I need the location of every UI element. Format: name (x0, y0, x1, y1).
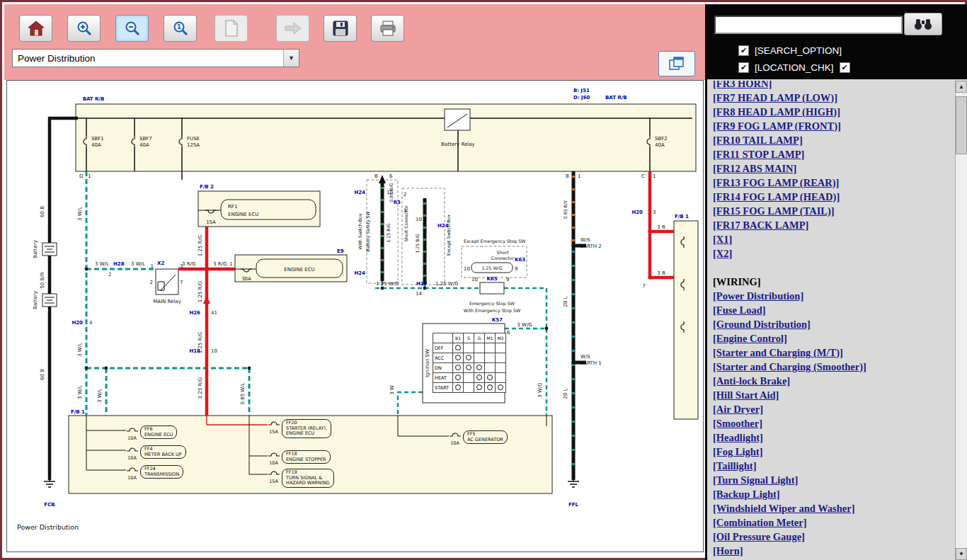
sidebar-link[interactable]: [X2] (713, 246, 954, 261)
diagram-label: 3 W/L (95, 261, 109, 267)
diagram-label: 30A (241, 276, 251, 282)
diagram-label: SBF1 (91, 136, 104, 142)
location-chk-checkbox[interactable]: ✔ (738, 62, 749, 73)
diagram-label: 3 W/L (131, 261, 145, 267)
diagram-label: 0.85 B/Y (563, 200, 568, 219)
scroll-down-button[interactable]: ▼ (956, 548, 967, 560)
sidebar-link[interactable]: [Combination Meter] (713, 515, 954, 530)
diagram-label: H20 (631, 210, 643, 215)
diagram-label: B: J51 (573, 88, 590, 93)
sidebar-link[interactable]: [Taillight] (713, 459, 954, 473)
search-option-checkbox[interactable]: ✔ (738, 45, 749, 56)
home-button[interactable] (19, 15, 52, 42)
diagram-label: Short (497, 250, 509, 255)
sidebar-link[interactable]: [Turn Signal Light] (713, 473, 954, 487)
diagram-label: Ignition SW (425, 349, 430, 377)
diagram-label: 50 B/R (40, 272, 45, 288)
sidebar-link[interactable]: [FR17 BACK LAMP] (713, 218, 954, 232)
diagram-label: 3 (653, 210, 656, 215)
zoom-in-icon (76, 20, 93, 37)
sidebar-link[interactable]: [FR3 HORN] (713, 81, 954, 91)
diagram-label: 10 (387, 190, 393, 195)
search-option-row: ✔ [SEARCH_OPTION] (738, 45, 842, 56)
print-button[interactable] (371, 15, 404, 42)
scroll-up-button[interactable]: ▲ (956, 81, 967, 93)
print-icon (379, 21, 396, 36)
sidebar-link[interactable]: [FR7 HEAD LAMP (LOW)] (713, 91, 954, 105)
diagram-selector[interactable]: Power Distribution ▼ (12, 49, 299, 67)
diagram-label: F/B 1 (71, 409, 85, 415)
location-chk-extra-checkbox[interactable]: ✔ (840, 62, 850, 73)
sidebar-link[interactable]: [Fog Light] (713, 445, 954, 459)
wiring-diagram[interactable]: BAT R/B B: J51 D: J60 BAT R/B SBF140A SB… (7, 81, 703, 552)
diagram-label: 4 (89, 320, 93, 326)
zoom-out-button[interactable] (115, 15, 149, 42)
diagram-label: 3 W/L (77, 207, 83, 221)
search-input[interactable] (714, 16, 903, 34)
sidebar-link[interactable]: [FR13 FOG LAMP (REAR)] (713, 176, 954, 190)
sidebar-link[interactable]: [Starter and Charging (M/T)] (713, 345, 954, 360)
zoom-in-button[interactable] (67, 15, 101, 42)
diagram-label: 3 R (657, 224, 665, 230)
sidebar-link[interactable]: [FR15 FOG LAMP (TAIL)] (713, 204, 954, 218)
diagram-label: 3 R/G (182, 261, 195, 267)
sidebar-link[interactable]: [Oil Pressure Gauge] (713, 530, 954, 544)
diagram-label: W/S (580, 354, 590, 360)
zoom-actual-button[interactable]: 1 (164, 15, 197, 42)
sidebar-spacer (713, 261, 954, 275)
sidebar-link[interactable]: [FR12 ABS MAIN] (713, 161, 954, 176)
sidebar-link[interactable]: [Headlight] (713, 430, 954, 445)
diagram-label: 2 (108, 272, 111, 278)
sidebar-link[interactable]: [X1] (713, 232, 954, 246)
sidebar-link[interactable]: [FR11 STOP LAMP] (713, 147, 954, 161)
diagram-label: K63 (515, 257, 525, 263)
sidebar-link[interactable]: [Starter and Charging (Smoother)] (713, 360, 954, 374)
diagram-label: R3 (394, 200, 401, 205)
diagram-label: 3 W/L (77, 385, 83, 399)
sidebar-link[interactable]: [Backup Light] (713, 487, 954, 501)
diagram-label: Emergency Stop SW (469, 301, 515, 307)
diagram-label: 40A (655, 142, 665, 148)
diagram-label: 2 (150, 280, 153, 285)
app-window: 1 (0, 0, 967, 560)
sidebar-link[interactable]: [Air Dryer] (713, 402, 954, 416)
sidebar-link[interactable]: [Power Distribution] (713, 289, 954, 303)
diagram-canvas[interactable]: BAT R/B B: J51 D: J60 BAT R/B SBF140A SB… (6, 80, 704, 552)
sidebar-link[interactable]: [FR10 TAIL LAMP] (713, 133, 954, 147)
diagram-label: 9 (506, 277, 509, 282)
diagram-label: Battery (33, 291, 38, 309)
sidebar-link[interactable]: [FR8 HEAD LAMP (HIGH)] (713, 105, 954, 119)
sidebar-link[interactable]: [Fuse Load] (713, 303, 954, 317)
diagram-label: 1.25 R/G (198, 281, 203, 302)
open-new-window-button[interactable] (658, 51, 695, 76)
sidebar-link[interactable]: [Windshield Wiper and Washer] (713, 501, 954, 515)
sidebar-link[interactable]: [Hill Start Aid] (713, 388, 954, 402)
diagram-label: 9 (515, 266, 517, 272)
sidebar-link[interactable]: [FR9 FOG LAMP (FRONT)] (713, 119, 954, 133)
diagram-label: K57 (492, 317, 503, 323)
save-button[interactable] (324, 15, 357, 42)
diagram-label: RF1 (228, 204, 237, 210)
diagram-title: Power Distribution (17, 523, 79, 531)
diagram-label: 1.25 R/G (198, 377, 203, 399)
search-button[interactable] (904, 13, 942, 35)
sidebar-scrollbar[interactable]: ▲ ▼ (955, 81, 967, 560)
sidebar-link[interactable]: [Anti-lock Brake] (713, 374, 954, 388)
chevron-down-icon[interactable]: ▼ (283, 50, 299, 67)
diagram-label: 1.25 W/G (376, 281, 399, 287)
zoom-out-icon (124, 20, 141, 37)
sidebar-link[interactable]: [Engine Control] (713, 331, 954, 345)
sidebar-header: [WIRING] (713, 275, 954, 289)
diagram-label: 3 W (389, 385, 395, 395)
diagram-label: 60 B (40, 369, 45, 380)
scroll-thumb[interactable] (956, 96, 967, 154)
diagram-label: 3 W/G (517, 322, 532, 328)
diagram-label: 6 (507, 330, 510, 336)
sidebar-link[interactable]: [Ground Distribution] (713, 317, 954, 331)
svg-text:1: 1 (176, 23, 181, 30)
diagram-label: H26 (189, 310, 200, 316)
sidebar-link[interactable]: [FR14 FOG LAMP (HEAD)] (713, 190, 954, 204)
sidebar-link[interactable]: [Smoother] (713, 416, 954, 430)
diagram-label: 1.25 B/G (415, 234, 420, 253)
sidebar-link[interactable]: [Horn] (713, 544, 954, 558)
